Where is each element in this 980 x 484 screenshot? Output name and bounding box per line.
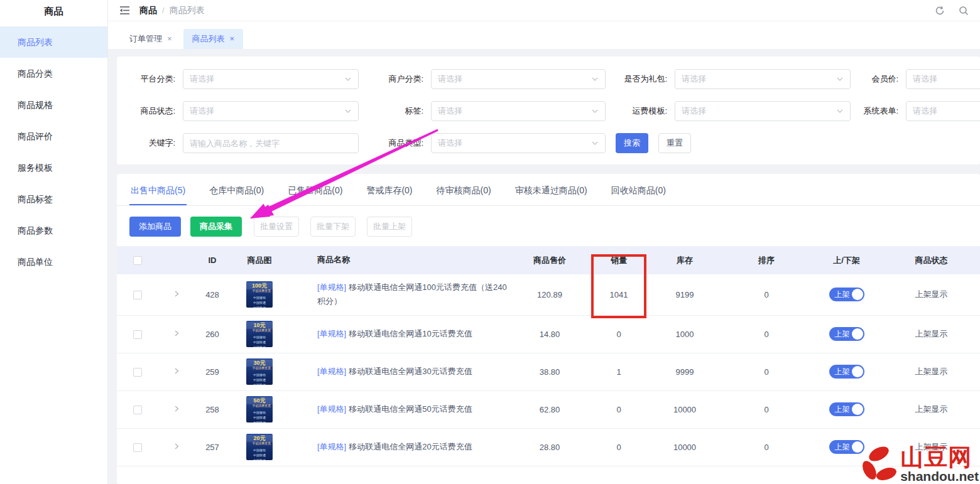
- row-checkbox[interactable]: [133, 291, 142, 299]
- open-page-tabs: 订单管理× 商品列表×: [108, 21, 980, 49]
- system-form-select[interactable]: 请选择: [906, 101, 980, 121]
- product-sales: 0: [591, 428, 647, 466]
- sidebar-item-product-review[interactable]: 商品评价: [0, 121, 107, 152]
- product-price: 14.80: [509, 315, 591, 353]
- shelf-toggle[interactable]: 上架: [829, 440, 864, 454]
- refresh-icon[interactable]: [935, 6, 945, 16]
- tab-stock-alert[interactable]: 警戒库存(0): [365, 180, 413, 205]
- shelf-toggle[interactable]: 上架: [829, 402, 864, 416]
- breadcrumb-root[interactable]: 商品: [139, 5, 157, 16]
- shelf-toggle[interactable]: 上架: [829, 365, 864, 379]
- chevron-right-icon[interactable]: [173, 443, 180, 450]
- row-checkbox[interactable]: [133, 368, 142, 377]
- header-price: 商品售价: [509, 246, 591, 274]
- collapse-menu-icon[interactable]: [119, 6, 131, 15]
- tab-recycle-bin[interactable]: 回收站商品(0): [610, 180, 667, 205]
- batch-set-button[interactable]: 批量设置: [254, 217, 299, 237]
- sidebar-item-service-template[interactable]: 服务模板: [0, 152, 107, 183]
- chevron-right-icon[interactable]: [173, 405, 180, 412]
- spec-tag: [单规格]: [317, 282, 346, 292]
- product-image[interactable]: 50元手机话费直充中国移动中国联通中国电信: [246, 396, 273, 422]
- sidebar-item-product-tag[interactable]: 商品标签: [0, 183, 107, 215]
- platform-category-select[interactable]: 请选择: [183, 69, 359, 89]
- is-gift-select[interactable]: 请选择: [675, 69, 851, 89]
- tab-on-sale[interactable]: 出售中商品(5): [129, 180, 187, 205]
- tab-sold-out[interactable]: 已售罄商品(0): [286, 180, 344, 205]
- shelf-toggle[interactable]: 上架: [829, 327, 864, 341]
- product-id: 260: [195, 315, 230, 353]
- header-shelf: 上/下架: [810, 246, 883, 274]
- header-sales: 销量: [591, 246, 647, 274]
- product-id: 259: [195, 353, 230, 390]
- product-price: 38.80: [509, 353, 591, 390]
- chevron-right-icon[interactable]: [173, 367, 180, 375]
- product-price: 62.80: [509, 390, 591, 428]
- sidebar-item-product-list[interactable]: 商品列表: [0, 26, 107, 58]
- row-checkbox[interactable]: [133, 443, 142, 452]
- chevron-right-icon[interactable]: [173, 290, 180, 298]
- tab-product-list[interactable]: 商品列表×: [183, 29, 244, 49]
- tab-in-warehouse[interactable]: 仓库中商品(0): [208, 180, 265, 205]
- product-image[interactable]: 30元手机话费直充中国移动中国联通中国电信: [246, 358, 273, 385]
- close-icon[interactable]: ×: [167, 34, 172, 43]
- tag-label: 标签:: [359, 105, 431, 117]
- row-checkbox[interactable]: [133, 406, 142, 414]
- tag-select[interactable]: 请选择: [431, 101, 606, 121]
- product-sort: 0: [722, 428, 810, 466]
- product-name: 移动联通电信全网通10元话费充值: [349, 329, 472, 338]
- filter-panel: 平台分类: 请选择 商户分类: 请选择 是否为礼包: 请选择 会员价: 请选择 …: [117, 56, 980, 164]
- search-icon[interactable]: [959, 6, 969, 16]
- product-status: 上架显示: [883, 428, 980, 466]
- product-image[interactable]: 20元手机话费直充中国移动中国联通中国电信: [246, 434, 273, 460]
- batch-on-shelf-button[interactable]: 批量上架: [367, 217, 412, 237]
- chevron-down-icon: [591, 107, 599, 115]
- product-status-tabs: 出售中商品(5) 仓库中商品(0) 已售罄商品(0) 警戒库存(0) 待审核商品…: [117, 180, 980, 206]
- product-stock: 10000: [647, 390, 722, 428]
- sidebar-item-product-param[interactable]: 商品参数: [0, 215, 107, 246]
- product-image[interactable]: 100元手机话费直充中国移动中国联通中国电信: [246, 281, 273, 308]
- header-image: 商品图: [230, 246, 289, 274]
- reset-button[interactable]: 重置: [658, 133, 691, 153]
- product-price: 28.80: [509, 428, 591, 466]
- shipping-template-select[interactable]: 请选择: [675, 101, 851, 121]
- select-all-checkbox[interactable]: [133, 256, 142, 265]
- chevron-down-icon: [591, 139, 599, 147]
- sidebar-item-product-category[interactable]: 商品分类: [0, 58, 107, 89]
- product-status-label: 商品状态:: [117, 105, 183, 117]
- sidebar-item-product-unit[interactable]: 商品单位: [0, 246, 107, 277]
- product-name: 移动联通电信全网通20元话费充值: [349, 442, 472, 451]
- product-price: 120.89: [509, 274, 591, 315]
- product-image[interactable]: 10元手机话费直充中国移动中国联通中国电信: [246, 321, 273, 347]
- collect-product-button[interactable]: 商品采集: [190, 217, 242, 237]
- keyword-label: 关键字:: [117, 137, 183, 149]
- product-stock: 1000: [647, 315, 722, 353]
- product-stock: 9999: [647, 353, 722, 390]
- add-product-button[interactable]: 添加商品: [129, 217, 181, 237]
- spec-tag: [单规格]: [317, 404, 346, 414]
- row-checkbox[interactable]: [133, 330, 142, 339]
- sidebar-title: 商品: [0, 0, 107, 26]
- product-type-select[interactable]: 请选择: [431, 133, 606, 153]
- shipping-template-label: 运费模板:: [606, 105, 675, 117]
- sidebar-item-product-spec[interactable]: 商品规格: [0, 89, 107, 121]
- product-sales: 0: [591, 390, 647, 428]
- header-sort: 排序: [722, 246, 810, 274]
- shelf-toggle[interactable]: 上架: [829, 288, 864, 301]
- search-button[interactable]: 搜索: [616, 133, 648, 153]
- tab-pending-review[interactable]: 待审核商品(0): [435, 180, 493, 205]
- chevron-right-icon[interactable]: [173, 330, 180, 337]
- product-status-select[interactable]: 请选择: [183, 101, 359, 121]
- member-price-select[interactable]: 请选择: [906, 69, 980, 89]
- header-stock: 库存: [647, 246, 722, 274]
- product-name: 移动联通电信全网通30元话费充值: [349, 367, 472, 376]
- table-row: 258 50元手机话费直充中国移动中国联通中国电信 [单规格]移动联通电信全网通…: [117, 390, 980, 428]
- keyword-input[interactable]: [183, 133, 359, 153]
- merchant-category-select[interactable]: 请选择: [431, 69, 606, 89]
- tab-order-management[interactable]: 订单管理×: [121, 29, 181, 49]
- batch-off-shelf-button[interactable]: 批量下架: [310, 217, 356, 237]
- main-content: 平台分类: 请选择 商户分类: 请选择 是否为礼包: 请选择 会员价: 请选择 …: [117, 56, 980, 484]
- product-id: 428: [195, 274, 230, 315]
- close-icon[interactable]: ×: [230, 34, 235, 43]
- tab-review-rejected[interactable]: 审核未通过商品(0): [514, 180, 589, 205]
- system-form-label: 系统表单:: [851, 105, 906, 117]
